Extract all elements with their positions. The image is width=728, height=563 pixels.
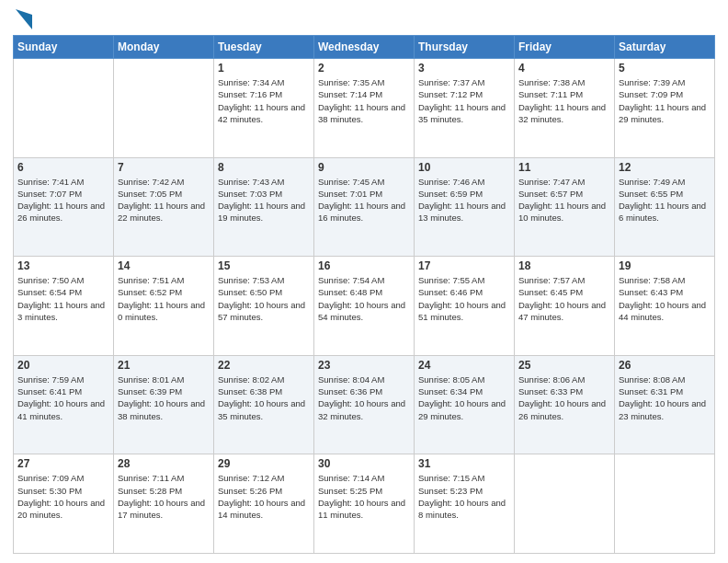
calendar-cell: 17Sunrise: 7:55 AM Sunset: 6:46 PM Dayli… [415, 257, 515, 356]
calendar-cell: 18Sunrise: 7:57 AM Sunset: 6:45 PM Dayli… [515, 257, 615, 356]
day-number: 20 [17, 359, 109, 372]
calendar-cell [515, 454, 615, 554]
day-number: 18 [518, 259, 610, 272]
calendar-cell: 27Sunrise: 7:09 AM Sunset: 5:30 PM Dayli… [14, 454, 114, 554]
calendar-row: 27Sunrise: 7:09 AM Sunset: 5:30 PM Dayli… [14, 454, 715, 554]
day-number: 13 [17, 259, 109, 272]
day-number: 7 [118, 161, 210, 174]
calendar-cell: 16Sunrise: 7:54 AM Sunset: 6:48 PM Dayli… [314, 257, 415, 356]
weekday-header: Tuesday [214, 36, 314, 59]
day-info: Sunrise: 8:06 AM Sunset: 6:33 PM Dayligh… [518, 373, 610, 422]
calendar-cell: 12Sunrise: 7:49 AM Sunset: 6:55 PM Dayli… [615, 157, 715, 257]
logo [13, 13, 32, 29]
day-info: Sunrise: 8:02 AM Sunset: 6:38 PM Dayligh… [218, 373, 310, 422]
day-number: 23 [318, 359, 410, 372]
day-number: 5 [619, 62, 711, 75]
day-number: 16 [318, 259, 410, 272]
calendar-cell: 29Sunrise: 7:12 AM Sunset: 5:26 PM Dayli… [214, 454, 314, 554]
calendar-cell: 19Sunrise: 7:58 AM Sunset: 6:43 PM Dayli… [615, 257, 715, 356]
day-info: Sunrise: 8:01 AM Sunset: 6:39 PM Dayligh… [118, 373, 210, 422]
calendar-cell: 4Sunrise: 7:38 AM Sunset: 7:11 PM Daylig… [515, 59, 615, 158]
day-info: Sunrise: 7:50 AM Sunset: 6:54 PM Dayligh… [17, 274, 109, 323]
day-number: 22 [218, 359, 310, 372]
day-number: 1 [218, 62, 310, 75]
day-info: Sunrise: 7:45 AM Sunset: 7:01 PM Dayligh… [318, 176, 410, 224]
day-info: Sunrise: 7:59 AM Sunset: 6:41 PM Dayligh… [17, 373, 109, 422]
day-number: 30 [318, 457, 410, 470]
calendar-cell: 26Sunrise: 8:08 AM Sunset: 6:31 PM Dayli… [615, 355, 715, 454]
calendar-cell: 13Sunrise: 7:50 AM Sunset: 6:54 PM Dayli… [14, 257, 114, 356]
calendar-cell: 6Sunrise: 7:41 AM Sunset: 7:07 PM Daylig… [14, 157, 114, 257]
day-info: Sunrise: 7:58 AM Sunset: 6:43 PM Dayligh… [619, 274, 711, 323]
calendar-cell: 15Sunrise: 7:53 AM Sunset: 6:50 PM Dayli… [214, 257, 314, 356]
weekday-header: Friday [515, 36, 615, 59]
day-number: 29 [218, 457, 310, 470]
page: SundayMondayTuesdayWednesdayThursdayFrid… [0, 0, 728, 563]
day-info: Sunrise: 7:53 AM Sunset: 6:50 PM Dayligh… [218, 274, 310, 323]
day-number: 2 [318, 62, 410, 75]
day-info: Sunrise: 7:43 AM Sunset: 7:03 PM Dayligh… [218, 176, 310, 224]
day-number: 3 [418, 62, 510, 75]
calendar-cell [14, 59, 114, 158]
weekday-header: Wednesday [314, 36, 415, 59]
day-info: Sunrise: 7:12 AM Sunset: 5:26 PM Dayligh… [218, 472, 310, 521]
day-info: Sunrise: 7:35 AM Sunset: 7:14 PM Dayligh… [318, 76, 410, 125]
weekday-header: Thursday [415, 36, 515, 59]
day-info: Sunrise: 7:38 AM Sunset: 7:11 PM Dayligh… [518, 76, 610, 125]
day-info: Sunrise: 7:54 AM Sunset: 6:48 PM Dayligh… [318, 274, 410, 323]
day-number: 8 [218, 161, 310, 174]
day-number: 28 [118, 457, 210, 470]
day-info: Sunrise: 7:34 AM Sunset: 7:16 PM Dayligh… [218, 76, 310, 125]
weekday-header: Monday [114, 36, 214, 59]
calendar-cell: 14Sunrise: 7:51 AM Sunset: 6:52 PM Dayli… [114, 257, 214, 356]
calendar-cell: 25Sunrise: 8:06 AM Sunset: 6:33 PM Dayli… [515, 355, 615, 454]
calendar-cell: 24Sunrise: 8:05 AM Sunset: 6:34 PM Dayli… [415, 355, 515, 454]
weekday-header: Sunday [14, 36, 114, 59]
calendar-cell: 20Sunrise: 7:59 AM Sunset: 6:41 PM Dayli… [14, 355, 114, 454]
calendar-cell: 1Sunrise: 7:34 AM Sunset: 7:16 PM Daylig… [214, 59, 314, 158]
day-info: Sunrise: 7:09 AM Sunset: 5:30 PM Dayligh… [17, 472, 109, 521]
day-number: 11 [518, 161, 610, 174]
day-number: 17 [418, 259, 510, 272]
calendar-cell: 30Sunrise: 7:14 AM Sunset: 5:25 PM Dayli… [314, 454, 415, 554]
calendar-cell: 22Sunrise: 8:02 AM Sunset: 6:38 PM Dayli… [214, 355, 314, 454]
calendar-row: 1Sunrise: 7:34 AM Sunset: 7:16 PM Daylig… [14, 59, 715, 158]
day-info: Sunrise: 8:08 AM Sunset: 6:31 PM Dayligh… [619, 373, 711, 422]
day-info: Sunrise: 7:49 AM Sunset: 6:55 PM Dayligh… [619, 176, 711, 224]
calendar-cell: 28Sunrise: 7:11 AM Sunset: 5:28 PM Dayli… [114, 454, 214, 554]
calendar-row: 20Sunrise: 7:59 AM Sunset: 6:41 PM Dayli… [14, 355, 715, 454]
day-info: Sunrise: 7:51 AM Sunset: 6:52 PM Dayligh… [118, 274, 210, 323]
weekday-header: Saturday [615, 36, 715, 59]
calendar-cell: 8Sunrise: 7:43 AM Sunset: 7:03 PM Daylig… [214, 157, 314, 257]
day-info: Sunrise: 7:15 AM Sunset: 5:23 PM Dayligh… [418, 472, 510, 521]
svg-marker-0 [16, 9, 32, 29]
day-number: 6 [17, 161, 109, 174]
calendar-cell: 10Sunrise: 7:46 AM Sunset: 6:59 PM Dayli… [415, 157, 515, 257]
calendar-cell: 31Sunrise: 7:15 AM Sunset: 5:23 PM Dayli… [415, 454, 515, 554]
day-number: 14 [118, 259, 210, 272]
day-info: Sunrise: 7:42 AM Sunset: 7:05 PM Dayligh… [118, 176, 210, 224]
day-info: Sunrise: 7:55 AM Sunset: 6:46 PM Dayligh… [418, 274, 510, 323]
day-number: 24 [418, 359, 510, 372]
day-info: Sunrise: 7:47 AM Sunset: 6:57 PM Dayligh… [518, 176, 610, 224]
day-info: Sunrise: 7:14 AM Sunset: 5:25 PM Dayligh… [318, 472, 410, 521]
calendar-cell: 9Sunrise: 7:45 AM Sunset: 7:01 PM Daylig… [314, 157, 415, 257]
day-number: 19 [619, 259, 711, 272]
day-info: Sunrise: 7:37 AM Sunset: 7:12 PM Dayligh… [418, 76, 510, 125]
calendar-row: 13Sunrise: 7:50 AM Sunset: 6:54 PM Dayli… [14, 257, 715, 356]
day-info: Sunrise: 7:57 AM Sunset: 6:45 PM Dayligh… [518, 274, 610, 323]
day-info: Sunrise: 7:11 AM Sunset: 5:28 PM Dayligh… [118, 472, 210, 521]
day-number: 15 [218, 259, 310, 272]
logo-icon [16, 9, 32, 29]
day-info: Sunrise: 7:41 AM Sunset: 7:07 PM Dayligh… [17, 176, 109, 224]
calendar-cell: 23Sunrise: 8:04 AM Sunset: 6:36 PM Dayli… [314, 355, 415, 454]
day-number: 25 [518, 359, 610, 372]
calendar-cell: 11Sunrise: 7:47 AM Sunset: 6:57 PM Dayli… [515, 157, 615, 257]
day-number: 31 [418, 457, 510, 470]
calendar-cell: 7Sunrise: 7:42 AM Sunset: 7:05 PM Daylig… [114, 157, 214, 257]
day-number: 10 [418, 161, 510, 174]
day-number: 21 [118, 359, 210, 372]
header [13, 9, 715, 29]
calendar-cell [615, 454, 715, 554]
day-info: Sunrise: 8:05 AM Sunset: 6:34 PM Dayligh… [418, 373, 510, 422]
